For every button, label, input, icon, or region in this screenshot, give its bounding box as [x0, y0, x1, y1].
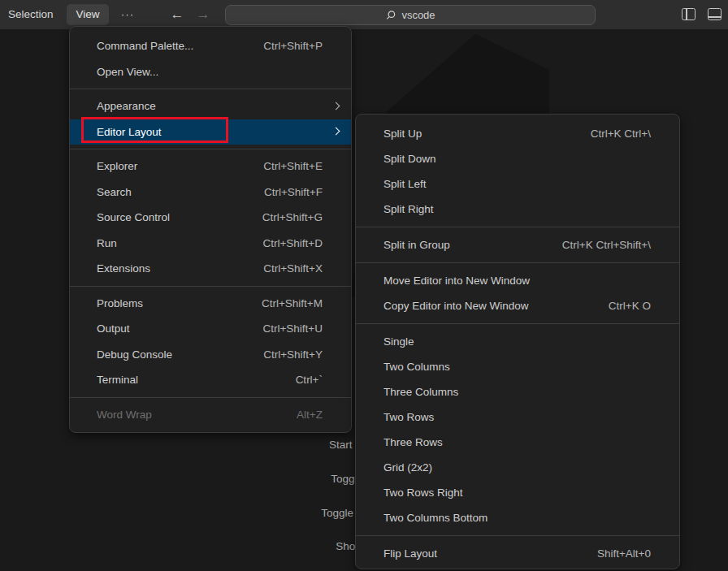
menu-item-label: Grid (2x2)	[384, 461, 651, 474]
menu-item-shortcut: Ctrl+K Ctrl+\	[591, 128, 651, 140]
menu-item-shortcut: Ctrl+K O	[609, 300, 651, 312]
view-menu-dropdown: Command Palette... Ctrl+Shift+P Open Vie…	[69, 26, 352, 433]
menu-separator	[70, 397, 351, 398]
panel-icon-divider	[708, 16, 721, 18]
background-label: Toggle	[201, 470, 363, 488]
navigate-back-icon[interactable]: ←	[166, 0, 188, 29]
menu-item-label: Open View...	[97, 66, 323, 78]
menu-item-label: Two Columns	[384, 361, 651, 373]
menu-item-label: Single	[384, 335, 651, 348]
menu-item-shortcut: Ctrl+Shift+E	[263, 160, 323, 172]
menu-item-label: Terminal	[97, 374, 296, 386]
menu-item-label: Appearance	[97, 100, 323, 112]
submenu-item-split-left[interactable]: Split Left	[356, 171, 679, 197]
navigate-forward-icon[interactable]: →	[192, 0, 214, 29]
menu-item-shortcut: Ctrl+Shift+X	[263, 262, 323, 275]
menu-item-extensions[interactable]: Extensions Ctrl+Shift+X	[70, 256, 351, 282]
submenu-item-two-columns-bottom[interactable]: Two Columns Bottom	[356, 505, 679, 530]
background-label: Start D	[201, 436, 363, 454]
menu-item-source-control[interactable]: Source Control Ctrl+Shift+G	[70, 205, 351, 231]
submenu-item-two-rows[interactable]: Two Rows	[356, 404, 679, 430]
submenu-item-three-rows[interactable]: Three Rows	[356, 430, 679, 455]
menu-item-label: Debug Console	[97, 348, 263, 361]
menu-item-search[interactable]: Search Ctrl+Shift+F	[70, 180, 351, 205]
menu-item-shortcut: Ctrl+Shift+Y	[263, 348, 323, 361]
menu-separator	[356, 535, 679, 536]
menu-item-label: Split in Group	[384, 239, 562, 251]
menu-item-shortcut: Ctrl+K Ctrl+Shift+\	[562, 239, 651, 251]
chevron-right-icon	[332, 102, 340, 110]
search-icon	[385, 10, 396, 21]
background-label: Toggle F	[201, 504, 363, 522]
menu-item-shortcut: Ctrl+Shift+D	[262, 237, 323, 249]
menu-item-shortcut: Alt+Z	[297, 409, 323, 421]
menu-item-label: Three Rows	[384, 436, 651, 448]
menubar-more-button[interactable]: ···	[115, 0, 140, 29]
menu-item-label: Two Rows Right	[384, 487, 651, 499]
submenu-item-split-down[interactable]: Split Down	[356, 146, 679, 171]
title-bar: Selection View ··· ← → vscode	[0, 0, 728, 29]
submenu-item-split-in-group[interactable]: Split in Group Ctrl+K Ctrl+Shift+\	[356, 232, 679, 257]
submenu-item-move-editor-new-window[interactable]: Move Editor into New Window	[356, 268, 679, 293]
submenu-item-single[interactable]: Single	[356, 329, 679, 354]
menubar-item-view[interactable]: View	[67, 4, 109, 25]
chevron-right-icon	[332, 128, 340, 136]
menu-item-run[interactable]: Run Ctrl+Shift+D	[70, 231, 351, 257]
menu-item-label: Two Rows	[384, 411, 651, 423]
submenu-item-two-columns[interactable]: Two Columns	[356, 354, 679, 379]
menu-item-label: Split Down	[384, 153, 651, 165]
annotation-highlight-rectangle	[81, 117, 228, 143]
menu-item-shortcut: Ctrl+Shift+P	[263, 40, 323, 52]
command-center-search[interactable]: vscode	[225, 5, 596, 25]
menu-item-command-palette[interactable]: Command Palette... Ctrl+Shift+P	[70, 33, 351, 59]
menu-item-label: Command Palette...	[97, 40, 263, 52]
submenu-item-two-rows-right[interactable]: Two Rows Right	[356, 480, 679, 505]
menu-item-label: Word Wrap	[97, 409, 297, 421]
menu-item-shortcut: Ctrl+Shift+U	[262, 322, 323, 335]
menu-item-problems[interactable]: Problems Ctrl+Shift+M	[70, 291, 351, 317]
submenu-item-split-right[interactable]: Split Right	[356, 197, 679, 222]
menu-separator	[356, 227, 679, 227]
submenu-item-flip-layout[interactable]: Flip Layout Shift+Alt+0	[356, 541, 679, 566]
editor-layout-submenu: Split Up Ctrl+K Ctrl+\ Split Down Split …	[355, 114, 680, 569]
menu-item-label: Search	[97, 186, 264, 198]
toggle-sidebar-icon[interactable]	[682, 8, 696, 20]
sidebar-icon-divider	[686, 9, 687, 19]
menu-item-label: Split Right	[384, 203, 651, 215]
menu-item-label: Three Columns	[384, 386, 651, 398]
menu-item-open-view[interactable]: Open View...	[70, 59, 351, 85]
menu-item-shortcut: Ctrl+Shift+F	[264, 186, 323, 198]
menu-separator	[356, 262, 679, 263]
menu-item-label: Move Editor into New Window	[384, 275, 651, 287]
menu-item-appearance[interactable]: Appearance	[70, 93, 351, 119]
menu-item-explorer[interactable]: Explorer Ctrl+Shift+E	[70, 154, 351, 180]
menu-item-label: Source Control	[97, 211, 262, 223]
submenu-item-three-columns[interactable]: Three Columns	[356, 379, 679, 404]
menu-separator	[70, 286, 351, 287]
search-value: vscode	[401, 9, 435, 21]
menu-item-output[interactable]: Output Ctrl+Shift+U	[70, 316, 351, 342]
menu-separator	[70, 149, 351, 149]
menu-item-label: Problems	[97, 297, 262, 309]
menu-item-label: Split Up	[384, 128, 591, 140]
menu-item-word-wrap[interactable]: Word Wrap Alt+Z	[70, 402, 351, 428]
menubar-item-selection[interactable]: Selection	[8, 0, 54, 29]
menu-item-label: Copy Editor into New Window	[384, 300, 609, 312]
submenu-item-grid-2x2[interactable]: Grid (2x2)	[356, 455, 679, 480]
background-label: Show	[201, 538, 363, 556]
menu-item-label: Two Columns Bottom	[384, 512, 651, 524]
menu-item-label: Explorer	[97, 160, 263, 172]
menu-item-label: Extensions	[97, 262, 263, 275]
menu-separator	[356, 323, 679, 324]
menu-separator	[70, 89, 351, 89]
submenu-item-split-up[interactable]: Split Up Ctrl+K Ctrl+\	[356, 121, 679, 146]
toggle-panel-icon[interactable]	[708, 8, 722, 20]
menu-item-debug-console[interactable]: Debug Console Ctrl+Shift+Y	[70, 342, 351, 368]
menu-item-label: Split Left	[384, 178, 651, 190]
menu-item-label: Run	[97, 237, 262, 249]
menu-item-shortcut: Shift+Alt+0	[597, 547, 651, 560]
menu-item-terminal[interactable]: Terminal Ctrl+`	[70, 367, 351, 393]
menu-item-label: Flip Layout	[384, 547, 597, 560]
submenu-item-copy-editor-new-window[interactable]: Copy Editor into New Window Ctrl+K O	[356, 293, 679, 318]
menu-item-label: Output	[97, 322, 262, 335]
